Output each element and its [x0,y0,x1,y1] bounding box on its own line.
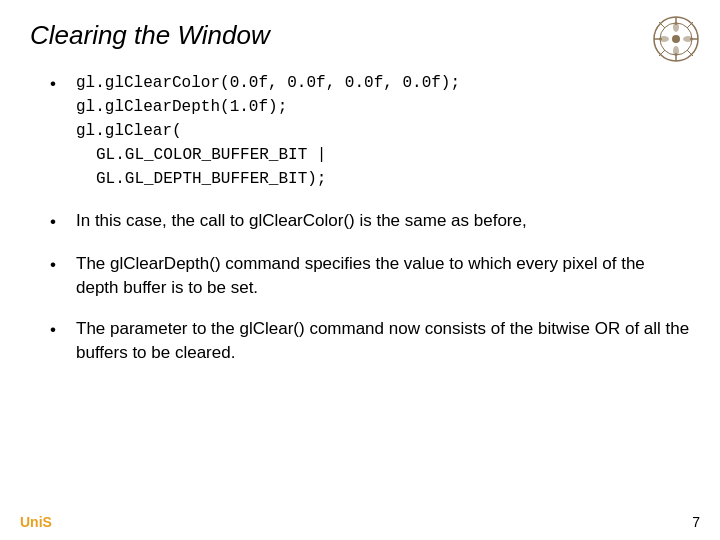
svg-point-13 [659,36,669,42]
bullet-icon: • [50,318,70,342]
list-item: • The glClearDepth() command specifies t… [50,252,690,300]
list-item: • gl.glClearColor(0.0f, 0.0f, 0.0f, 0.0f… [50,71,690,191]
content-list: • gl.glClearColor(0.0f, 0.0f, 0.0f, 0.0f… [30,71,690,365]
slide-footer: UniS 7 [0,514,720,530]
university-logo [652,15,700,63]
slide-title: Clearing the Window [30,20,690,51]
svg-point-11 [673,22,679,32]
code-line-2: gl.glClearDepth(1.0f); [76,95,690,119]
page-number: 7 [692,514,700,530]
code-line-5: GL.GL_DEPTH_BUFFER_BIT); [76,167,690,191]
code-line-1: gl.glClearColor(0.0f, 0.0f, 0.0f, 0.0f); [76,71,690,95]
bullet-icon: • [50,72,70,96]
list-item: • The parameter to the glClear() command… [50,317,690,365]
svg-point-2 [672,35,680,43]
list-item: • In this case, the call to glClearColor… [50,209,690,234]
code-content: gl.glClearColor(0.0f, 0.0f, 0.0f, 0.0f);… [76,71,690,191]
footer-logo: UniS [20,514,52,530]
code-line-4: GL.GL_COLOR_BUFFER_BIT | [76,143,690,167]
bullet-text-3: The parameter to the glClear() command n… [76,317,690,365]
svg-point-12 [673,46,679,56]
bullet-text-2: The glClearDepth() command specifies the… [76,252,690,300]
slide: Clearing the Window • gl.glClearColor(0.… [0,0,720,540]
code-line-3: gl.glClear( [76,119,690,143]
bullet-icon: • [50,253,70,277]
svg-point-14 [683,36,693,42]
footer-logo-text: Uni [20,514,43,530]
bullet-text-1: In this case, the call to glClearColor()… [76,209,690,233]
bullet-icon: • [50,210,70,234]
footer-logo-highlight: S [43,514,52,530]
